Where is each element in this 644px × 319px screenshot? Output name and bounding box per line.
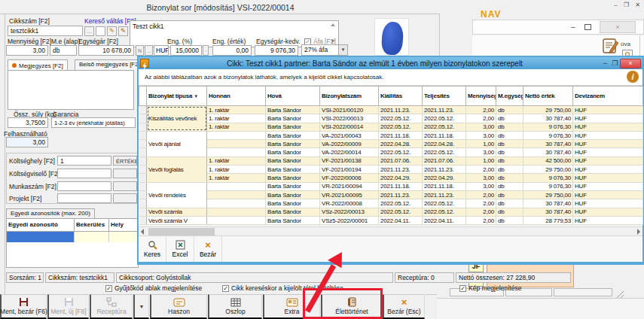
table-row[interactable]: Barta SándorVR-2021/000952021.11.23.2021… [139,190,643,199]
kep-checkbox[interactable]: ✓ Kép megjelenítése [459,284,521,292]
scroll-left-icon[interactable] [141,229,144,235]
table-cell[interactable] [207,131,266,139]
projekt-input[interactable] [57,193,111,203]
table-cell[interactable]: 2021.11.18. [423,131,466,139]
table-cell[interactable]: VSI-2022/00013 [320,114,379,123]
table-cell[interactable] [207,208,266,216]
table-cell[interactable]: 2022.04.28. [423,140,466,148]
row-selector[interactable] [139,106,147,114]
table-cell[interactable] [207,199,266,208]
receptura-button[interactable]: Receptúra [90,294,133,319]
table-cell[interactable]: VA-2022/00009 [320,140,379,148]
table-cell[interactable]: db [496,148,523,156]
table-cell[interactable]: HUF [573,114,643,123]
table-cell[interactable]: Barta Sándor [266,140,320,148]
table-cell[interactable]: VA-2022/00014 [320,148,379,156]
table-cell[interactable]: Barta Sándor [266,123,320,131]
inactive-close-button[interactable]: × [600,21,636,33]
ment-bezar-button[interactable]: Ment, bezár (F6) [0,294,47,319]
keres-button[interactable]: Keres [139,236,166,262]
table-cell[interactable]: HUF [573,174,643,182]
table-cell[interactable]: HUF [573,156,643,165]
eng-stepper[interactable]: · [203,45,209,56]
table-cell[interactable]: Barta Sándor [266,199,320,208]
table-cell[interactable]: HUF [573,166,643,174]
table-cell[interactable]: 2,00 [466,190,496,199]
table-cell[interactable]: db [496,106,523,114]
table-cell[interactable]: 1. raktár [207,123,266,131]
row-selector[interactable] [139,166,147,174]
table-cell[interactable]: 1. raktár [207,166,266,174]
table-cell[interactable]: 2022.04.11. [423,216,466,224]
huf-button[interactable]: HUF [154,45,169,56]
table-cell[interactable]: 2021.11.23. [423,106,466,114]
table-cell[interactable]: db [496,166,523,174]
excel-button[interactable]: Excel [166,236,194,262]
table-cell[interactable]: 2021.11.23. [379,166,423,174]
price-lookup-button[interactable]: … [145,45,153,56]
table-cell[interactable]: 2,00 [466,114,496,123]
dialog-close-button[interactable]: × [620,59,641,68]
table-cell[interactable]: VR-2021/00095 [320,190,379,199]
table-cell[interactable]: HUF [573,208,643,216]
table-row[interactable]: Barta SándorVA-2022/000142022.05.12.2022… [139,148,643,156]
table-cell[interactable]: Barta Sándor [266,182,320,190]
table-cell[interactable]: Barta Sándor [266,216,320,224]
table-cell[interactable]: VSI-2022/00014 [320,123,379,131]
table-cell[interactable]: 2022.05.12. [379,208,423,216]
gyujtokod-checkbox[interactable]: ✓ Gyűjtőkód ablak megjelenítése [105,284,202,292]
n-button[interactable]: N [136,45,144,56]
table-cell[interactable]: 2021.11.23. [379,190,423,199]
col-megyseg[interactable]: M.egység [496,87,523,106]
table-cell[interactable]: 1. raktár [207,106,266,114]
row-selector[interactable] [139,208,147,216]
table-cell[interactable]: 9 076,30 [523,174,573,182]
egyedi-col-bekerules[interactable]: Bekerülés [75,219,109,231]
inactive-maximize-icon[interactable] [584,24,591,30]
table-cell[interactable]: HUF [573,106,643,114]
table-cell[interactable]: HUF [573,190,643,199]
table-cell[interactable]: Barta Sándor [266,156,320,165]
table-cell[interactable] [207,216,266,224]
table-cell[interactable]: HUF [573,148,643,156]
table-cell[interactable]: 2,00 [466,199,496,208]
table-row[interactable]: Kiszállítás vevőnek1. raktárBarta Sándor… [139,106,643,114]
table-cell[interactable]: db [496,114,523,123]
garancia-select[interactable]: 1-2-3 év (értékhatár jótállás) [51,117,136,128]
table-row[interactable]: 1. raktárBarta SándorVSI-2022/000142022.… [139,123,643,131]
col-bizonylat-tipusa[interactable]: Bizonylat típusa ▼ [147,87,207,106]
table-cell[interactable]: HUF [573,182,643,190]
table-cell[interactable] [207,140,266,148]
table-cell[interactable]: 2,00 [466,216,496,224]
table-cell[interactable]: 2,00 [466,166,496,174]
table-cell[interactable]: VF-2021/00194 [320,166,379,174]
table-cell[interactable]: db [496,182,523,190]
table-cell[interactable] [207,148,266,156]
lookup-button[interactable]: … [84,26,94,36]
ossz-suly-input[interactable]: 3,7500 [8,117,48,128]
koltsegviselo-input[interactable] [57,169,111,178]
group-cell[interactable]: Vevői számla V [147,216,207,224]
tab-belso-megjegyzes[interactable]: Belső megjegyzés [F2] [75,59,145,70]
col-mennyiseg[interactable]: Mennyiség [466,87,496,106]
table-row[interactable]: Vevői rendelésBarta SándorVR-2021/000942… [139,182,643,190]
table-cell[interactable]: 2,00 [466,106,496,114]
table-cell[interactable]: 2022.04.28. [379,140,423,148]
row-selector[interactable] [139,182,147,190]
table-cell[interactable]: VR-2022/00008 [320,199,379,208]
kereso-valtas-link[interactable]: Kereső váltás [F9] [84,17,136,25]
table-cell[interactable]: Barta Sándor [266,106,320,114]
cikkszam-input[interactable]: tesztcikk1 [8,26,83,36]
dialog-minimize-icon[interactable]: – [600,59,610,68]
egyedi-col-hely[interactable]: Hely [109,219,138,231]
table-cell[interactable]: Barta Sándor [266,131,320,139]
col-honnan[interactable]: Honnan [207,87,266,106]
table-row[interactable]: Vevői ajánlatBarta SándorVA-2021/0004320… [139,131,643,139]
table-cell[interactable]: 9 076,30 [523,123,573,131]
table-cell[interactable]: HUF [573,216,643,224]
table-cell[interactable]: 29 750,00 [523,166,573,174]
table-cell[interactable]: 2021.11.18. [379,131,423,139]
table-cell[interactable]: 3,00 [466,123,496,131]
table-cell[interactable]: 2022.05.12. [423,208,466,216]
dialog-bezar-button[interactable]: × Bezár [194,236,222,262]
